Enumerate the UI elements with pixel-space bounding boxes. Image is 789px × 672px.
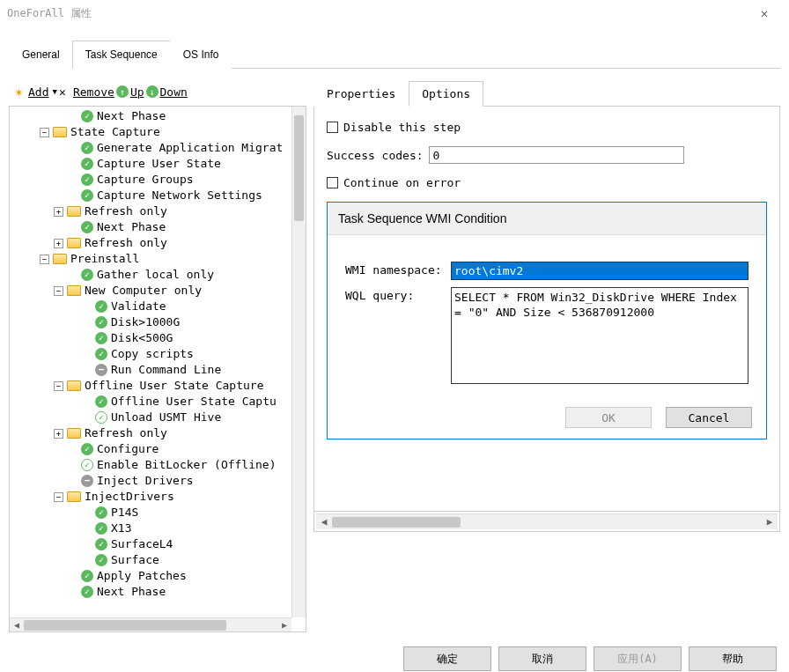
- tree-hscrollbar[interactable]: ◀ ▶: [10, 617, 291, 631]
- collapse-icon[interactable]: −: [54, 381, 63, 391]
- help-button[interactable]: 帮助: [689, 646, 777, 671]
- remove-button[interactable]: ✕ Remove: [59, 85, 114, 99]
- wmi-namespace-label: WMI namespace:: [345, 262, 451, 277]
- tree-vscrollbar[interactable]: [291, 107, 306, 617]
- tree-item-label: Next Phase: [97, 584, 166, 600]
- tree-item[interactable]: Next Phase: [11, 219, 290, 235]
- tree-item[interactable]: P14S: [11, 505, 290, 521]
- success-codes-input[interactable]: [429, 146, 684, 164]
- scroll-right-icon[interactable]: ▶: [762, 516, 778, 528]
- tree-item[interactable]: Gather local only: [11, 267, 290, 283]
- tree-item-label: Enable BitLocker (Offline): [97, 457, 277, 473]
- tree-item[interactable]: −InjectDrivers: [11, 489, 290, 505]
- dialog-footer: 确定 取消 应用(A) 帮助: [0, 632, 789, 672]
- tree-item[interactable]: Disk<500G: [11, 330, 290, 346]
- collapse-icon[interactable]: −: [54, 286, 63, 296]
- tree-item[interactable]: Configure: [11, 441, 290, 457]
- dialog-title: Task Sequence WMI Condition: [328, 203, 766, 235]
- expand-icon[interactable]: +: [54, 429, 63, 439]
- tree-item[interactable]: Apply Patches: [11, 568, 290, 584]
- tree-item-label: Refresh only: [85, 425, 167, 441]
- down-button[interactable]: ↓ Down: [146, 85, 188, 99]
- tree-item[interactable]: Surface: [11, 552, 290, 568]
- tree-item[interactable]: −New Computer only: [11, 283, 290, 299]
- options-tabbar: Properties Options: [313, 81, 780, 107]
- scroll-left-icon[interactable]: ◀: [316, 516, 332, 528]
- folder-icon: [53, 254, 67, 264]
- scrollbar-thumb[interactable]: [294, 115, 304, 221]
- options-hscrollbar[interactable]: ◀ ▶: [316, 513, 778, 529]
- tree-item[interactable]: SurfaceL4: [11, 536, 290, 552]
- tab-general[interactable]: General: [9, 41, 73, 69]
- expand-icon[interactable]: +: [54, 239, 63, 248]
- tree-item-label: Inject Drivers: [97, 473, 194, 489]
- add-button[interactable]: ✴ Add▼: [14, 85, 57, 99]
- disable-step-checkbox[interactable]: [327, 122, 338, 133]
- tree-item-label: Surface: [111, 552, 159, 568]
- dialog-ok-button[interactable]: OK: [565, 407, 652, 428]
- tree-item[interactable]: Disk>1000G: [11, 314, 290, 330]
- tree-item[interactable]: Copy scripts: [11, 346, 290, 362]
- tab-properties[interactable]: Properties: [313, 81, 409, 107]
- disable-step-label: Disable this step: [343, 121, 461, 134]
- tab-task-sequence[interactable]: Task Sequence: [72, 41, 171, 69]
- tree-item-label: X13: [111, 521, 131, 536]
- collapse-icon[interactable]: −: [54, 492, 63, 502]
- tree-item[interactable]: Offline User State Captu: [11, 394, 290, 410]
- tree-item-label: Run Command Line: [111, 362, 221, 378]
- wmi-namespace-input[interactable]: root\cimv2: [451, 262, 748, 280]
- tree-item[interactable]: Unload USMT Hive: [11, 410, 290, 425]
- tree-item-label: Offline User State Capture: [85, 378, 264, 394]
- continue-on-error-label: Continue on error: [343, 176, 461, 189]
- tree-item[interactable]: −Preinstall: [11, 251, 290, 267]
- apply-button[interactable]: 应用(A): [594, 646, 682, 671]
- tree-item[interactable]: +Refresh only: [11, 203, 290, 219]
- tree-item[interactable]: Capture Network Settings: [11, 188, 290, 203]
- check-icon: [81, 158, 93, 170]
- collapse-icon[interactable]: −: [40, 255, 49, 264]
- tab-os-info[interactable]: OS Info: [170, 41, 232, 69]
- tree-item-label: Validate: [111, 299, 166, 314]
- tree-item[interactable]: Generate Application Migrat: [11, 140, 290, 156]
- folder-icon: [67, 428, 81, 439]
- scroll-left-icon[interactable]: ◀: [10, 620, 24, 630]
- check-icon: [95, 554, 107, 566]
- tree-item[interactable]: Run Command Line: [11, 362, 290, 378]
- tree-item[interactable]: Capture User State: [11, 156, 290, 172]
- continue-on-error-checkbox[interactable]: [327, 177, 338, 188]
- close-icon[interactable]: ✕: [747, 6, 782, 20]
- tree-item[interactable]: X13: [11, 521, 290, 536]
- ok-button[interactable]: 确定: [403, 646, 491, 671]
- tree-item[interactable]: Next Phase: [11, 584, 290, 600]
- scrollbar-thumb[interactable]: [24, 620, 226, 631]
- scrollbar-thumb[interactable]: [332, 517, 461, 528]
- down-icon: ↓: [146, 85, 159, 98]
- task-sequence-tree[interactable]: Next Phase−State CaptureGenerate Applica…: [10, 107, 291, 602]
- tree-item[interactable]: Enable BitLocker (Offline): [11, 457, 290, 473]
- tree-item-label: Disk<500G: [111, 330, 173, 346]
- tree-item-label: Disk>1000G: [111, 314, 180, 330]
- check-icon: [95, 538, 107, 550]
- tree-item[interactable]: −Offline User State Capture: [11, 378, 290, 394]
- expand-icon[interactable]: +: [54, 207, 63, 217]
- add-icon: ✴: [14, 85, 26, 98]
- tree-item[interactable]: Inject Drivers: [11, 473, 290, 489]
- up-button[interactable]: ↑ Up: [116, 85, 144, 99]
- tree-item[interactable]: Capture Groups: [11, 172, 290, 188]
- tab-options[interactable]: Options: [409, 81, 483, 107]
- tree-item-label: Generate Application Migrat: [97, 140, 283, 156]
- check-icon: [81, 142, 93, 154]
- tree-item[interactable]: +Refresh only: [11, 425, 290, 441]
- scroll-right-icon[interactable]: ▶: [277, 620, 291, 630]
- check-outline-icon: [81, 459, 93, 471]
- wql-query-input[interactable]: [451, 287, 748, 384]
- tree-item[interactable]: Validate: [11, 299, 290, 314]
- tree-item[interactable]: −State Capture: [11, 124, 290, 140]
- tree-item-label: State Capture: [70, 124, 160, 140]
- tree-item[interactable]: Next Phase: [11, 108, 290, 124]
- cancel-button[interactable]: 取消: [498, 646, 586, 671]
- collapse-icon[interactable]: −: [40, 128, 49, 137]
- tree-item-label: Next Phase: [97, 219, 166, 235]
- tree-item[interactable]: +Refresh only: [11, 235, 290, 251]
- dialog-cancel-button[interactable]: Cancel: [666, 407, 752, 428]
